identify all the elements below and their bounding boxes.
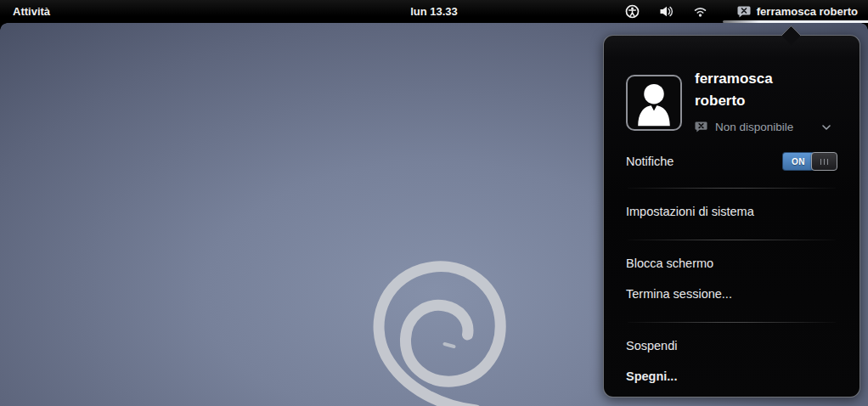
user-section: ferramosca roberto Non disponibile xyxy=(626,68,837,133)
toggle-grip-icon xyxy=(820,159,828,165)
notifications-label: Notifiche xyxy=(626,155,674,168)
menu-item-power-off[interactable]: Spegni... xyxy=(626,364,837,389)
menu-separator xyxy=(628,322,836,323)
menu-item-logout[interactable]: Termina sessione... xyxy=(626,281,837,307)
status-selector[interactable]: Non disponibile xyxy=(695,121,837,133)
system-status-area: ferramosca roberto xyxy=(625,0,868,23)
notifications-row: Notifiche ON xyxy=(626,150,837,172)
user-name: ferramosca roberto xyxy=(695,68,814,112)
user-menu-label: ferramosca roberto xyxy=(757,5,858,18)
menu-item-system-settings[interactable]: Impostazioni di sistema xyxy=(626,199,837,224)
network-wireless-icon[interactable] xyxy=(693,4,707,19)
avatar[interactable] xyxy=(626,75,682,131)
menu-item-suspend[interactable]: Sospendi xyxy=(626,333,837,358)
menu-separator xyxy=(628,188,836,189)
volume-icon[interactable] xyxy=(659,4,674,19)
debian-swirl-logo xyxy=(347,240,521,406)
im-status-unavailable-icon xyxy=(695,121,707,133)
user-menu-button[interactable]: ferramosca roberto xyxy=(734,0,868,23)
im-status-icon xyxy=(737,5,751,19)
panel-corner-right xyxy=(860,23,868,31)
user-menu: ferramosca roberto Non disponibile xyxy=(603,35,860,398)
activities-button[interactable]: Attività xyxy=(9,5,54,18)
clock[interactable]: lun 13.33 xyxy=(410,5,458,18)
chevron-down-icon xyxy=(822,125,831,130)
top-bar: Attività lun 13.33 xyxy=(0,0,868,23)
user-info: ferramosca roberto Non disponibile xyxy=(695,68,837,133)
desktop: Attività lun 13.33 xyxy=(0,0,868,406)
user-menu-active-indicator xyxy=(723,20,868,23)
toggle-knob xyxy=(811,152,837,171)
menu-item-lock-screen[interactable]: Blocca schermo xyxy=(626,251,837,276)
panel-corner-left xyxy=(0,23,8,31)
menu-separator xyxy=(628,240,836,240)
accessibility-icon[interactable] xyxy=(625,4,640,19)
notifications-toggle[interactable]: ON xyxy=(782,152,837,171)
status-label: Non disponibile xyxy=(715,121,793,133)
toggle-on-label: ON xyxy=(782,152,814,171)
